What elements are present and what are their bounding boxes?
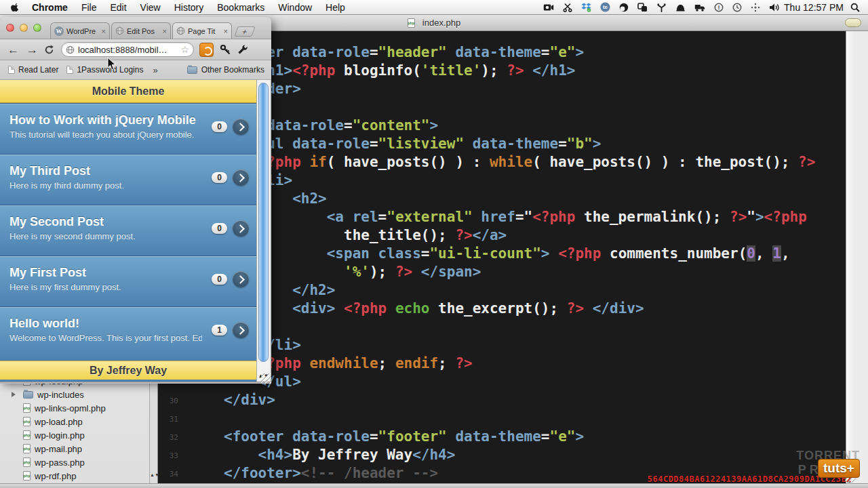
window-swap-icon[interactable] <box>637 3 648 12</box>
file-name: wp-mail.php <box>35 444 82 454</box>
file-tree-item[interactable]: wp-includes <box>0 388 150 401</box>
line-number: 30 <box>161 391 178 409</box>
chevron-right-icon[interactable] <box>233 169 249 186</box>
post-listview: How to Work with jQuery MobileThis tutor… <box>0 103 256 361</box>
comment-count-badge: 0 <box>212 121 227 132</box>
browser-tab-2[interactable]: Edit Pos× <box>111 22 171 39</box>
chevron-right-icon[interactable] <box>233 119 249 135</box>
menu-app-name[interactable]: Chrome <box>32 2 68 13</box>
file-tree-item[interactable]: phpwp-rdf.php <box>0 469 150 483</box>
window-zoom-button[interactable] <box>33 24 41 32</box>
comment-count-badge: 0 <box>212 274 227 285</box>
menu-clock[interactable]: Thu 12:57 PM <box>784 2 844 13</box>
file-tree-scroll-arrows[interactable]: ▲▼ <box>150 472 157 478</box>
wrench-icon[interactable] <box>237 44 248 55</box>
menu-item-history[interactable]: History <box>174 2 204 13</box>
url-text[interactable]: localhost:8888/mobil… <box>78 45 180 55</box>
tab-close-icon[interactable]: × <box>102 27 106 35</box>
code-text: </footer><!-- /header --> <box>224 464 438 483</box>
dropbox-icon[interactable] <box>581 3 591 12</box>
post-title: How to Work with jQuery Mobile <box>9 113 202 127</box>
php-file-icon: php <box>23 430 31 440</box>
crescent-icon[interactable] <box>619 3 629 12</box>
menu-item-file[interactable]: File <box>81 2 97 13</box>
bookmark-item[interactable]: Read Later <box>8 65 58 75</box>
apple-menu-icon[interactable] <box>11 2 20 12</box>
volume-icon[interactable] <box>769 3 780 12</box>
bookmark-star-icon[interactable]: ☆ <box>180 44 189 55</box>
chevron-right-icon[interactable] <box>233 322 249 338</box>
menu-item-help[interactable]: Help <box>326 2 345 13</box>
back-button[interactable]: ← <box>7 44 19 56</box>
post-list-item[interactable]: My Third PostHere is my third dummy post… <box>0 154 256 205</box>
key-icon[interactable] <box>220 44 231 56</box>
disclosure-triangle-icon[interactable] <box>12 392 16 397</box>
time-machine-icon[interactable] <box>732 3 742 12</box>
spotlight-icon[interactable] <box>850 3 860 12</box>
post-list-item[interactable]: Hello world!Welcome to WordPress. This i… <box>0 306 256 361</box>
chevron-right-icon[interactable] <box>233 271 249 287</box>
browser-resize-grip[interactable] <box>261 373 271 384</box>
menu-item-bookmarks[interactable]: Bookmarks <box>217 2 264 13</box>
post-excerpt: Here is my second dummy post. <box>9 231 202 241</box>
browser-scrollbar[interactable]: ▲▼ <box>256 80 270 382</box>
extension-icon[interactable] <box>199 43 214 57</box>
screen-recorder-icon[interactable] <box>543 3 554 12</box>
mouse-cursor <box>107 57 117 74</box>
menu-item-window[interactable]: Window <box>278 2 312 13</box>
file-name: wp-links-opml.php <box>35 403 106 413</box>
browser-toolbar: ← → localhost:8888/mobil… ☆ <box>0 39 271 60</box>
textexpander-icon[interactable]: te <box>600 2 610 12</box>
file-tree-item[interactable]: phpwp-mail.php <box>0 442 150 455</box>
browser-tab-3[interactable]: Page Tit× <box>172 22 232 39</box>
other-bookmarks-label: Other Bookmarks <box>201 65 264 75</box>
file-tree-item[interactable]: phpwp-links-opml.php <box>0 401 150 415</box>
file-tree-item[interactable]: phpwp-login.php <box>0 428 150 442</box>
fork-arrows-icon[interactable] <box>656 3 667 12</box>
other-bookmarks-folder[interactable]: Other Bookmarks <box>187 65 264 75</box>
file-name: wp-pass.php <box>35 458 85 468</box>
truck-icon[interactable] <box>694 3 705 12</box>
bookmark-item[interactable]: 1Password Logins <box>66 65 143 75</box>
forward-button[interactable]: → <box>26 44 38 56</box>
comment-count-badge: 0 <box>212 172 227 183</box>
menu-bar: Chrome FileEditViewHistoryBookmarksWindo… <box>0 0 868 15</box>
file-name: wp-includes <box>37 390 84 400</box>
file-tree-item[interactable]: phpwp-load.php <box>0 415 150 428</box>
browser-tab-1[interactable]: WWordPre× <box>50 22 110 39</box>
post-excerpt: Here is my third dummy post. <box>9 180 202 190</box>
comment-count-badge: 1 <box>212 325 227 336</box>
window-close-button[interactable] <box>6 24 14 32</box>
window-minimize-button[interactable] <box>20 24 28 32</box>
folder-icon <box>187 66 197 74</box>
menu-item-view[interactable]: View <box>140 2 161 13</box>
post-list-item[interactable]: My Second PostHere is my second dummy po… <box>0 205 256 256</box>
crosshair-icon[interactable] <box>751 3 760 12</box>
file-tree-item[interactable]: phpwp-pass.php <box>0 455 150 469</box>
editor-window-bottom-edge <box>0 483 868 488</box>
code-text: <h4>By Jeffrey Way</h4> <box>224 446 455 464</box>
tab-close-icon[interactable]: × <box>163 27 167 35</box>
reload-button[interactable] <box>44 45 54 55</box>
editor-scrollbar[interactable] <box>846 31 856 484</box>
tab-close-icon[interactable]: × <box>224 27 228 35</box>
post-list-item[interactable]: My First PostHere is my first dummy post… <box>0 256 256 306</box>
tab-strip: WWordPre×Edit Pos×Page Tit× + <box>0 17 271 39</box>
toolbar-pill-button[interactable] <box>845 18 861 27</box>
page-icon <box>8 66 15 74</box>
new-tab-button[interactable]: + <box>234 26 255 37</box>
mobile-page-footer: By Jeffrey Way <box>0 361 256 380</box>
line-number: 31 <box>161 409 178 428</box>
sync-alert-icon[interactable]: ! <box>714 3 724 12</box>
svg-text:!: ! <box>718 4 720 11</box>
bell-icon[interactable] <box>675 3 686 12</box>
browser-scrollbar-thumb[interactable] <box>258 83 269 362</box>
bookmarks-overflow-chevron[interactable]: » <box>153 65 157 75</box>
address-bar[interactable]: localhost:8888/mobil… ☆ <box>61 42 194 57</box>
scissors-icon[interactable] <box>563 3 572 12</box>
post-title: My Third Post <box>9 164 202 178</box>
post-list-item[interactable]: How to Work with jQuery MobileThis tutor… <box>0 103 256 154</box>
menu-item-edit[interactable]: Edit <box>110 2 126 13</box>
tuts-plus-logo: tuts+ <box>818 459 860 478</box>
chevron-right-icon[interactable] <box>233 220 249 237</box>
